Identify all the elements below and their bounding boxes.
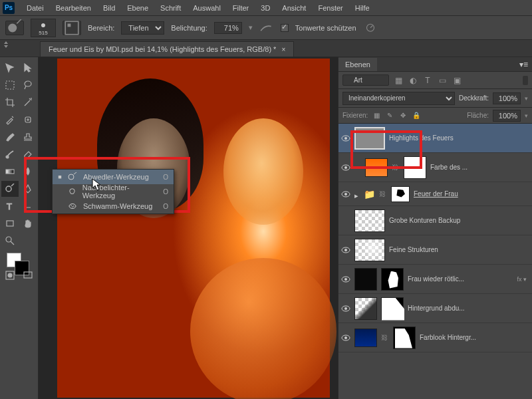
- layer-thumb[interactable]: [365, 158, 388, 177]
- layer-filter-input[interactable]: [342, 74, 389, 86]
- shape-tool[interactable]: [1, 215, 19, 231]
- link-icon[interactable]: ⛓: [381, 334, 389, 341]
- visibility-icon[interactable]: [341, 275, 350, 284]
- crop-tool[interactable]: [1, 94, 19, 110]
- wand-tool[interactable]: [20, 94, 37, 110]
- airbrush-icon[interactable]: [259, 23, 274, 33]
- lock-pos-icon[interactable]: ✥: [398, 111, 408, 120]
- pressure-icon[interactable]: [363, 23, 378, 33]
- flyout-sponge[interactable]: Schwamm-Werkzeug O: [53, 199, 174, 213]
- zoom-tool[interactable]: [1, 233, 19, 249]
- document-canvas[interactable]: [57, 59, 330, 398]
- flyout-burn[interactable]: Nachbelichter-Werkzeug O: [53, 184, 174, 199]
- layer-name[interactable]: Farblook Hintergr...: [420, 334, 529, 341]
- fill-input[interactable]: [493, 110, 521, 122]
- menu-bild[interactable]: Bild: [98, 2, 120, 14]
- layer-row[interactable]: Grobe Konturen Backup: [338, 206, 532, 235]
- filter-smart-icon[interactable]: ▣: [452, 75, 462, 86]
- brush-tool[interactable]: [1, 129, 19, 145]
- layer-mask[interactable]: [393, 327, 416, 349]
- layers-tab[interactable]: Ebenen: [338, 58, 377, 71]
- screenmode-tool[interactable]: [20, 267, 37, 283]
- visibility-icon[interactable]: [341, 190, 350, 199]
- menu-ansicht[interactable]: Ansicht: [277, 2, 311, 14]
- blend-mode-select[interactable]: Ineinanderkopieren: [342, 92, 455, 105]
- lasso-tool[interactable]: [20, 77, 37, 93]
- path-tool[interactable]: [20, 198, 37, 214]
- eyedropper-tool[interactable]: [1, 112, 19, 128]
- menu-filter[interactable]: Filter: [227, 2, 254, 14]
- visibility-icon[interactable]: [341, 216, 350, 225]
- dodge-tool[interactable]: [1, 181, 19, 197]
- layer-row[interactable]: ▸ 📁 ⛓ Feuer der Frau: [338, 182, 532, 206]
- layer-thumb[interactable]: [354, 268, 377, 291]
- layer-thumb[interactable]: [354, 297, 377, 320]
- layer-row[interactable]: ⛓ Farblook Hintergr...: [338, 323, 532, 352]
- layer-row[interactable]: Frau wieder rötlic... fx ▾: [338, 265, 532, 294]
- pen-tool[interactable]: [20, 181, 37, 197]
- filter-pixel-icon[interactable]: ▦: [393, 75, 404, 86]
- menu-ebene[interactable]: Ebene: [122, 2, 154, 14]
- layer-mask[interactable]: [391, 186, 410, 202]
- visibility-icon[interactable]: [341, 163, 350, 172]
- fx-badge[interactable]: fx ▾: [517, 276, 527, 283]
- visibility-icon[interactable]: [341, 304, 350, 313]
- history-brush-tool[interactable]: [1, 146, 19, 162]
- layer-mask[interactable]: [404, 156, 426, 179]
- quickmask-tool[interactable]: [1, 267, 19, 283]
- filter-toggle[interactable]: [523, 76, 528, 85]
- document-tab[interactable]: Feuer und Eis by MDI.psd bei 14,1% (High…: [40, 41, 294, 57]
- lock-all-icon[interactable]: 🔒: [412, 111, 421, 120]
- menu-fenster[interactable]: Fenster: [313, 2, 348, 14]
- layer-name[interactable]: Feine Strukturen: [389, 246, 529, 253]
- close-tab-icon[interactable]: ×: [281, 46, 285, 53]
- brush-panel-icon[interactable]: [63, 21, 81, 35]
- layer-name[interactable]: Farbe des ...: [430, 164, 529, 171]
- stamp-tool[interactable]: [20, 129, 37, 145]
- menu-schrift[interactable]: Schrift: [155, 2, 186, 14]
- marquee-tool[interactable]: [1, 77, 19, 93]
- visibility-icon[interactable]: [341, 245, 350, 255]
- lock-trans-icon[interactable]: ▦: [372, 111, 381, 120]
- range-select[interactable]: Tiefen: [121, 21, 164, 35]
- flyout-dodge[interactable]: ■ Abwedler-Werkzeug O: [53, 170, 174, 184]
- filter-type-icon[interactable]: T: [422, 75, 433, 86]
- layer-mask[interactable]: [381, 297, 404, 320]
- layer-name[interactable]: Grobe Konturen Backup: [389, 217, 529, 224]
- layer-name[interactable]: Hintergrund abdu...: [408, 305, 529, 312]
- exposure-input[interactable]: [214, 22, 242, 34]
- gradient-tool[interactable]: [1, 164, 19, 180]
- layer-row[interactable]: ⛓ Farbe des ...: [338, 153, 532, 182]
- move-tool[interactable]: [1, 60, 19, 76]
- menu-datei[interactable]: Datei: [21, 2, 49, 14]
- menu-3d[interactable]: 3D: [255, 2, 275, 14]
- layer-row[interactable]: Highlights des Feuers: [338, 124, 532, 153]
- tool-preset-icon[interactable]: [5, 21, 24, 35]
- lock-pixel-icon[interactable]: ✎: [385, 111, 394, 120]
- hand-tool[interactable]: [20, 215, 37, 231]
- layer-name[interactable]: Frau wieder rötlic...: [408, 275, 513, 283]
- layer-name[interactable]: Highlights des Feuers: [389, 134, 529, 142]
- menu-hilfe[interactable]: Hilfe: [350, 2, 375, 14]
- blur-tool[interactable]: [20, 164, 37, 180]
- layer-row[interactable]: Hintergrund abdu...: [338, 294, 532, 323]
- arrow-tool[interactable]: [20, 60, 37, 76]
- brush-size-box[interactable]: ●515: [31, 19, 56, 37]
- layer-thumb[interactable]: [354, 239, 385, 261]
- layer-thumb[interactable]: [354, 209, 385, 232]
- layer-name[interactable]: Feuer der Frau: [414, 190, 529, 198]
- type-tool[interactable]: T: [1, 198, 19, 214]
- group-toggle-icon[interactable]: ▸: [354, 192, 360, 197]
- heal-tool[interactable]: [20, 112, 37, 128]
- panel-menu-icon[interactable]: ▾≡: [515, 60, 532, 69]
- eraser-tool[interactable]: [20, 146, 37, 162]
- protect-tones-checkbox[interactable]: [281, 24, 289, 32]
- link-icon[interactable]: ⛓: [379, 190, 387, 198]
- filter-shape-icon[interactable]: ▭: [437, 75, 448, 86]
- visibility-icon[interactable]: [341, 333, 350, 342]
- menu-bearbeiten[interactable]: Bearbeiten: [51, 2, 96, 14]
- visibility-icon[interactable]: [341, 134, 350, 143]
- canvas-area[interactable]: [39, 57, 338, 399]
- layer-thumb[interactable]: [354, 127, 385, 150]
- layer-row[interactable]: Feine Strukturen: [338, 235, 532, 265]
